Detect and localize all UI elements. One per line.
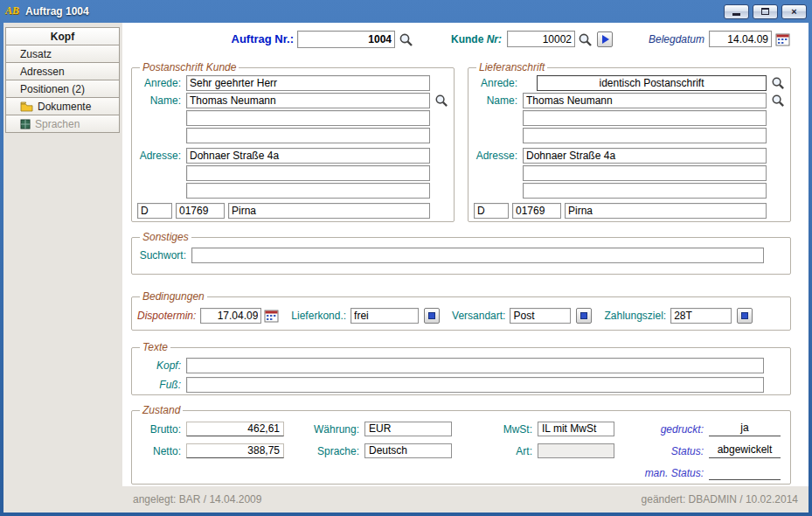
sidebar-item-dokumente[interactable]: Dokumente xyxy=(5,97,120,115)
liefer-adresse-input[interactable] xyxy=(523,148,767,164)
minimize-button[interactable] xyxy=(724,4,749,19)
sidebar-item-positionen[interactable]: Positionen (2) xyxy=(5,80,120,98)
name-label: Name: xyxy=(474,94,523,107)
zustand-row-1: Brutto: 462,61 Währung: EUR MwSt: IL mit… xyxy=(137,419,785,439)
lieferkond-input[interactable] xyxy=(350,308,419,324)
art-field[interactable] xyxy=(538,443,614,458)
post-land-input[interactable] xyxy=(137,203,172,219)
bedingungen-groupbox: Bedingungen Dispotermin: Lieferkond.: Ve… xyxy=(131,290,791,331)
dispotermin-calendar-button[interactable] xyxy=(264,309,279,323)
netto-value: 388,75 xyxy=(186,443,284,458)
calendar-icon xyxy=(264,309,279,323)
window-title: Auftrag 1004 xyxy=(25,5,89,17)
adresse-row: Adresse: xyxy=(474,147,785,164)
liefer-plz-input[interactable] xyxy=(512,203,561,219)
waehrung-field[interactable]: EUR xyxy=(364,422,452,436)
post-plz-input[interactable] xyxy=(176,203,225,219)
status-value: abgewickelt xyxy=(709,443,781,458)
modified-info: geändert: DBADMIN / 10.02.2014 xyxy=(642,493,798,506)
post-name2-input[interactable] xyxy=(186,110,430,126)
belegdatum-calendar-button[interactable] xyxy=(775,32,790,46)
auftrag-nr-input[interactable] xyxy=(297,31,395,48)
auftrag-search-button[interactable] xyxy=(399,32,413,47)
versandart-lookup-button[interactable] xyxy=(576,308,592,324)
adresse2-row xyxy=(474,164,785,181)
liefer-name3-input[interactable] xyxy=(523,128,767,143)
post-name3-input[interactable] xyxy=(186,128,430,143)
adresse3-row xyxy=(474,182,785,199)
mwst-field[interactable]: IL mit MwSt xyxy=(538,422,614,436)
lieferkond-lookup-button[interactable] xyxy=(424,308,440,324)
sidebar: Kopf Zusatz Adressen Positionen (2) Doku… xyxy=(3,23,122,513)
postanschrift-legend: Postanschrift Kunde xyxy=(140,61,239,73)
arrow-right-icon xyxy=(602,35,609,44)
post-name-search-button[interactable] xyxy=(434,94,448,108)
anrede-label: Anrede: xyxy=(474,77,523,89)
sidebar-item-label: Adressen xyxy=(20,66,65,78)
post-adresse2-input[interactable] xyxy=(186,165,430,181)
liefer-adresse3-input[interactable] xyxy=(523,183,767,199)
lookup-icon xyxy=(580,312,587,319)
post-anrede-input[interactable] xyxy=(186,75,430,91)
liefer-land-input[interactable] xyxy=(474,203,509,219)
minimize-icon xyxy=(732,13,740,16)
sidebar-item-label: Dokumente xyxy=(38,101,91,113)
search-icon xyxy=(578,32,593,47)
lieferkond-label: Lieferkond.: xyxy=(291,310,350,322)
name-row: Name: xyxy=(137,92,448,108)
dispotermin-input[interactable] xyxy=(200,308,261,324)
name-row: Name: xyxy=(474,92,785,108)
gedruckt-label: gedruckt: xyxy=(618,423,705,436)
fuss-text-input[interactable] xyxy=(186,377,764,393)
adresse2-row xyxy=(137,164,448,181)
suchwort-input[interactable] xyxy=(191,248,764,263)
adresse3-row xyxy=(137,182,448,199)
kunde-search-button[interactable] xyxy=(578,32,593,47)
goto-kunde-button[interactable] xyxy=(597,31,613,47)
liefer-adresse2-input[interactable] xyxy=(523,165,767,181)
titlebar[interactable]: AB Auftrag 1004 × xyxy=(0,0,812,23)
zahlungsziel-lookup-button[interactable] xyxy=(737,308,753,324)
main-content: Auftrag Nr.: Kunde Nr: Belegdatum Postan… xyxy=(122,23,809,513)
folder-icon xyxy=(20,101,33,112)
sprache-field[interactable]: Deutsch xyxy=(364,443,452,458)
sidebar-item-adressen[interactable]: Adressen xyxy=(5,62,120,80)
statusbar: angelegt: BAR / 14.04.2009 geändert: DBA… xyxy=(122,486,809,513)
liefer-anrede-search-button[interactable] xyxy=(771,76,785,90)
liefer-name2-input[interactable] xyxy=(523,110,767,126)
sidebar-item-zusatz[interactable]: Zusatz xyxy=(5,45,120,63)
liefer-name-input[interactable] xyxy=(523,93,767,108)
dispotermin-label: Dispotermin: xyxy=(137,310,200,322)
kopf-text-input[interactable] xyxy=(186,358,764,373)
brutto-label: Brutto: xyxy=(137,423,183,436)
mwst-label: MwSt: xyxy=(455,423,534,436)
sidebar-item-kopf[interactable]: Kopf xyxy=(5,27,120,45)
close-button[interactable]: × xyxy=(781,4,807,19)
post-adresse-input[interactable] xyxy=(186,148,430,164)
texte-groupbox: Texte Kopf: Fuß: xyxy=(131,341,791,395)
name3-row xyxy=(474,127,785,143)
kopf-text-row: Kopf: xyxy=(137,357,785,373)
app-window: AB Auftrag 1004 × Kopf Zusatz Adressen P… xyxy=(0,0,812,516)
kunde-nr-input[interactable] xyxy=(507,31,575,47)
belegdatum-label: Belegdatum xyxy=(640,31,704,48)
waehrung-label: Währung: xyxy=(288,423,361,436)
man-status-value xyxy=(709,465,781,480)
versandart-input[interactable] xyxy=(510,308,571,324)
search-icon xyxy=(434,94,448,108)
search-icon xyxy=(771,94,785,108)
post-ort-input[interactable] xyxy=(228,203,430,219)
post-name-input[interactable] xyxy=(186,93,430,108)
liefer-ort-input[interactable] xyxy=(565,203,767,219)
lieferanschrift-legend: Lieferanschrift xyxy=(476,61,547,73)
zustand-legend: Zustand xyxy=(140,404,183,416)
maximize-button[interactable] xyxy=(753,4,778,19)
belegdatum-input[interactable] xyxy=(709,31,772,47)
sprache-label: Sprache: xyxy=(288,445,361,457)
liefer-anrede-input[interactable] xyxy=(537,75,767,91)
zahlungsziel-input[interactable] xyxy=(670,308,732,324)
search-icon xyxy=(771,76,785,90)
liefer-name-search-button[interactable] xyxy=(771,94,785,108)
post-adresse3-input[interactable] xyxy=(186,183,430,199)
adresse-row: Adresse: xyxy=(137,147,448,164)
